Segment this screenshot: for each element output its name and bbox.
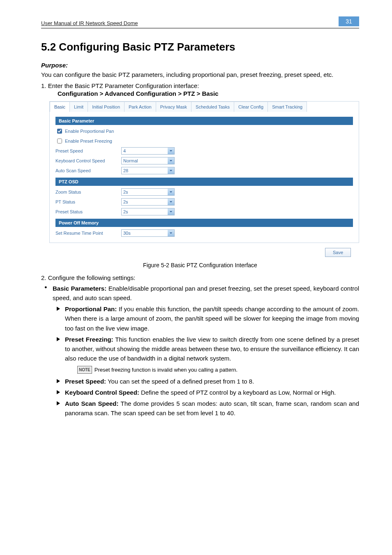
tab-basic[interactable]: Basic xyxy=(50,102,70,112)
label-preset-freezing: Enable Preset Freezing xyxy=(65,139,112,143)
label-keyboard-speed: Keyboard Control Speed xyxy=(55,158,121,163)
chevron-down-icon xyxy=(168,167,174,174)
note-text: Preset freezing function is invalid when… xyxy=(95,367,238,373)
note-icon: NOTE xyxy=(77,366,92,374)
tab-bar: Basic Limit Initial Position Park Action… xyxy=(50,102,359,112)
chevron-down-icon xyxy=(168,189,174,195)
label-proportional-pan: Enable Proportional Pan xyxy=(65,129,114,134)
sub-preset-freezing: Preset Freezing: This function enables t… xyxy=(53,335,359,374)
checkbox-proportional-pan[interactable] xyxy=(57,129,62,134)
running-header-text: User Manual of IR Network Speed Dome xyxy=(41,20,138,26)
value-auto-scan-speed: 28 xyxy=(123,168,128,173)
section-title: 5.2 Configuring Basic PTZ Parameters xyxy=(41,41,359,53)
value-keyboard-speed: Normal xyxy=(123,158,138,163)
label-auto-scan-speed: Auto Scan Speed xyxy=(55,168,121,173)
tab-privacy-mask[interactable]: Privacy Mask xyxy=(156,102,191,112)
purpose-label: Purpose: xyxy=(41,62,359,69)
sub-proportional-pan: Proportional Pan: If you enable this fun… xyxy=(53,304,359,333)
label-zoom-status: Zoom Status xyxy=(55,190,121,194)
tab-limit[interactable]: Limit xyxy=(69,102,88,112)
figure-caption: Figure 5-2 Basic PTZ Configuration Inter… xyxy=(41,262,359,268)
ptz-config-figure: Basic Limit Initial Position Park Action… xyxy=(49,101,359,243)
breadcrumb-path: Configuration > Advanced Configuration >… xyxy=(58,90,359,97)
tab-smart-tracking[interactable]: Smart Tracking xyxy=(267,102,307,112)
chevron-down-icon xyxy=(168,157,174,164)
select-keyboard-speed[interactable]: Normal xyxy=(121,157,175,164)
preset-speed-rest: You can set the speed of a defined prese… xyxy=(106,378,254,385)
section-basic-parameter: Basic Parameter xyxy=(55,117,353,125)
select-pt-status[interactable]: 2s xyxy=(121,198,175,206)
select-resume-time[interactable]: 30s xyxy=(121,229,175,237)
tab-clear-config[interactable]: Clear Config xyxy=(234,102,268,112)
purpose-text: You can configure the basic PTZ paramete… xyxy=(41,70,359,80)
step-1: 1. Enter the Basic PTZ Parameter Configu… xyxy=(41,82,359,89)
sub-preset-speed: Preset Speed: You can set the speed of a… xyxy=(53,377,359,386)
chevron-down-icon xyxy=(168,208,174,215)
label-preset-status: Preset Status xyxy=(55,209,121,214)
kb-speed-lead: Keyboard Control Speed: xyxy=(65,389,139,396)
sub-auto-scan-speed: Auto Scan Speed: The dome provides 5 sca… xyxy=(53,399,359,418)
select-preset-speed[interactable]: 4 xyxy=(121,147,175,155)
save-button[interactable]: Save xyxy=(325,248,351,257)
prop-pan-lead: Proportional Pan: xyxy=(65,305,117,312)
label-preset-speed: Preset Speed xyxy=(55,148,121,153)
tab-scheduled-tasks[interactable]: Scheduled Tasks xyxy=(191,102,234,112)
section-power-off-memory: Power Off Memory xyxy=(55,219,353,227)
kb-speed-rest: Define the speed of PTZ control by a key… xyxy=(139,389,336,396)
note-line: NOTEPreset freezing function is invalid … xyxy=(77,366,359,374)
bullet-basic-parameters: Basic Parameters: Enable/disable proport… xyxy=(41,284,359,418)
tab-park-action[interactable]: Park Action xyxy=(124,102,156,112)
chevron-down-icon xyxy=(168,199,174,205)
chevron-down-icon xyxy=(168,148,174,154)
select-auto-scan-speed[interactable]: 28 xyxy=(121,167,175,174)
checkbox-preset-freezing[interactable] xyxy=(57,139,62,143)
value-preset-speed: 4 xyxy=(123,148,126,153)
page-number: 31 xyxy=(339,16,359,26)
label-resume-time: Set Resume Time Point xyxy=(55,231,121,236)
select-zoom-status[interactable]: 2s xyxy=(121,188,175,196)
chevron-down-icon xyxy=(168,230,174,236)
preset-speed-lead: Preset Speed: xyxy=(65,378,106,385)
value-pt-status: 2s xyxy=(123,199,128,204)
value-resume-time: 30s xyxy=(123,231,131,236)
tab-initial-position[interactable]: Initial Position xyxy=(88,102,125,112)
select-preset-status[interactable]: 2s xyxy=(121,208,175,215)
value-zoom-status: 2s xyxy=(123,190,128,194)
preset-freeze-lead: Preset Freezing: xyxy=(65,336,113,343)
value-preset-status: 2s xyxy=(123,209,128,214)
label-pt-status: PT Status xyxy=(55,199,121,204)
sub-keyboard-speed: Keyboard Control Speed: Define the speed… xyxy=(53,388,359,397)
basic-params-lead: Basic Parameters: xyxy=(53,285,106,292)
page-header: User Manual of IR Network Speed Dome 31 xyxy=(41,16,359,28)
auto-scan-lead: Auto Scan Speed: xyxy=(65,400,119,407)
section-ptz-osd: PTZ OSD xyxy=(55,178,353,186)
step-2: 2. Configure the following settings: xyxy=(41,274,359,281)
